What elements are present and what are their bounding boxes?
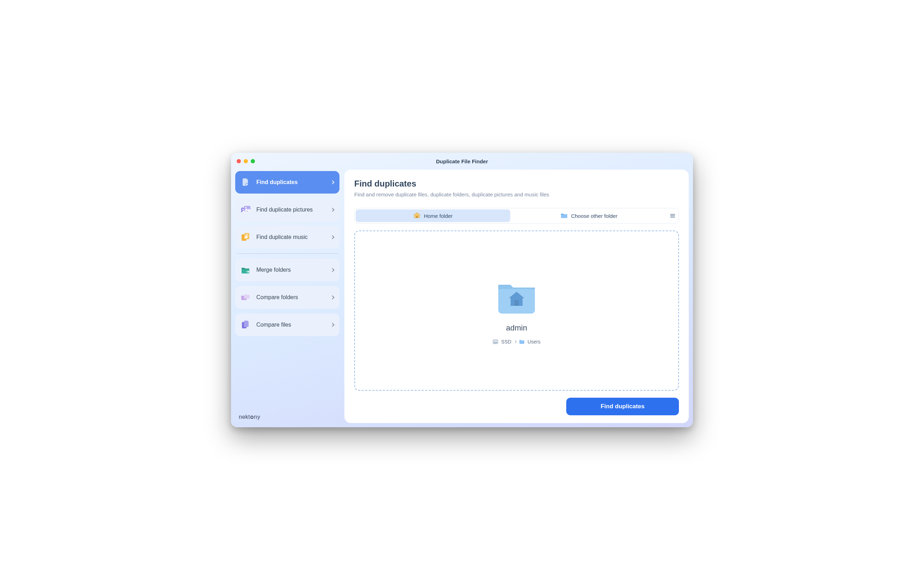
folder-source-segmented: Home folder Choose other folder xyxy=(354,208,679,224)
sidebar: Find duplicates Find d xyxy=(235,170,340,423)
sidebar-item-label: Find duplicate pictures xyxy=(256,207,326,213)
sidebar-item-label: Compare folders xyxy=(256,294,326,301)
selected-folder-path: SSD Users xyxy=(493,339,540,344)
page-heading: Find duplicates xyxy=(354,179,679,189)
sidebar-item-label: Compare files xyxy=(256,322,326,328)
compare-folders-icon xyxy=(240,292,251,303)
svg-rect-9 xyxy=(416,216,417,218)
folder-dropzone[interactable]: admin SSD Users xyxy=(354,231,679,391)
page-subtitle: Find and remove duplicate files, duplica… xyxy=(354,191,679,198)
pictures-icon xyxy=(240,204,251,215)
segment-options-button[interactable] xyxy=(668,214,678,218)
brand-o-icon xyxy=(250,416,254,419)
sidebar-item-merge-folders[interactable]: Merge folders xyxy=(235,259,340,281)
svg-point-4 xyxy=(242,209,244,210)
close-window-button[interactable] xyxy=(237,159,241,163)
chevron-right-icon xyxy=(330,295,334,299)
chevron-right-icon xyxy=(330,323,334,326)
app-window: Duplicate File Finder xyxy=(231,153,693,427)
find-duplicates-button[interactable]: Find duplicates xyxy=(566,398,679,415)
window-body: Find duplicates Find d xyxy=(231,170,693,427)
svg-point-6 xyxy=(245,207,246,208)
chevron-right-icon xyxy=(330,180,334,184)
window-controls xyxy=(237,159,255,163)
svg-rect-13 xyxy=(494,343,497,343)
sidebar-item-label: Find duplicate music xyxy=(256,234,326,241)
svg-rect-11 xyxy=(515,300,519,306)
brand-logo: nektny xyxy=(239,414,260,420)
home-icon xyxy=(413,212,421,220)
breadcrumb-folder: Users xyxy=(528,339,541,344)
svg-rect-12 xyxy=(493,339,498,344)
window-title: Duplicate File Finder xyxy=(231,158,693,164)
sidebar-item-compare-files[interactable]: Compare files xyxy=(235,313,340,336)
large-home-folder-icon xyxy=(495,277,538,317)
folder-icon xyxy=(519,339,525,344)
zoom-window-button[interactable] xyxy=(251,159,255,163)
file-search-icon xyxy=(240,177,251,188)
sidebar-item-label: Find duplicates xyxy=(256,179,326,186)
sidebar-item-find-duplicate-pictures[interactable]: Find duplicate pictures xyxy=(235,198,340,221)
svg-line-2 xyxy=(248,185,249,186)
breadcrumb-disk: SSD xyxy=(501,339,511,344)
main-panel: Find duplicates Find and remove duplicat… xyxy=(344,170,689,423)
segment-label: Choose other folder xyxy=(571,213,618,219)
sidebar-group-tools: Merge folders Compare folders xyxy=(235,259,340,336)
titlebar: Duplicate File Finder xyxy=(231,153,693,170)
actions-row: Find duplicates xyxy=(354,398,679,415)
chevron-right-icon xyxy=(330,235,334,239)
sidebar-item-compare-folders[interactable]: Compare folders xyxy=(235,286,340,309)
svg-rect-8 xyxy=(244,233,249,239)
sidebar-item-find-duplicate-music[interactable]: Find duplicate music xyxy=(235,226,340,249)
folder-icon xyxy=(561,213,568,219)
segment-choose-other-folder[interactable]: Choose other folder xyxy=(512,209,666,222)
disk-icon xyxy=(493,339,498,344)
chevron-right-icon xyxy=(330,208,334,211)
brand-text-suffix: ny xyxy=(254,414,260,420)
compare-files-icon xyxy=(240,319,251,331)
hamburger-icon xyxy=(670,214,675,218)
minimize-window-button[interactable] xyxy=(244,159,248,163)
sidebar-item-find-duplicates[interactable]: Find duplicates xyxy=(235,171,340,194)
segment-label: Home folder xyxy=(424,213,453,219)
segment-home-folder[interactable]: Home folder xyxy=(356,209,510,222)
sidebar-divider xyxy=(237,254,338,254)
music-files-icon xyxy=(240,232,251,243)
chevron-right-icon xyxy=(330,268,334,272)
selected-folder-name: admin xyxy=(506,323,527,333)
merge-folders-icon xyxy=(240,264,251,275)
sidebar-item-label: Merge folders xyxy=(256,267,326,273)
brand-text-prefix: nekt xyxy=(239,414,250,420)
sidebar-group-find: Find duplicates Find d xyxy=(235,171,340,249)
chevron-right-icon xyxy=(514,340,516,343)
